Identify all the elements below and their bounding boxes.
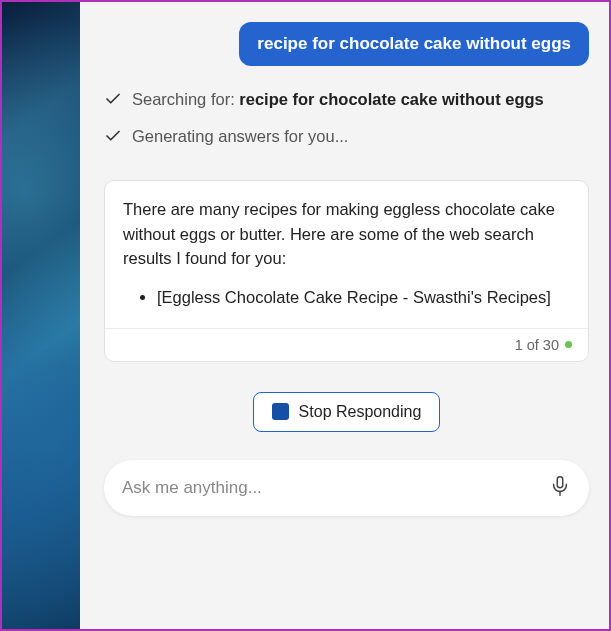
generating-text: Generating answers for you...	[132, 125, 348, 149]
stop-icon	[272, 403, 289, 420]
check-icon	[104, 90, 124, 115]
check-icon	[104, 127, 124, 152]
stop-row: Stop Responding	[104, 392, 589, 432]
chat-input-bar[interactable]	[104, 460, 589, 516]
answer-body: There are many recipes for making eggles…	[105, 181, 588, 328]
status-list: Searching for: recipe for chocolate cake…	[104, 88, 589, 162]
user-message-row: recipe for chocolate cake without eggs	[104, 22, 589, 66]
answer-result-text: [Eggless Chocolate Cake Recipe - Swasthi…	[157, 288, 551, 306]
chat-input[interactable]	[122, 478, 549, 498]
answer-footer: 1 of 30	[105, 328, 588, 361]
answer-counter: 1 of 30	[515, 337, 559, 353]
status-searching-text: Searching for: recipe for chocolate cake…	[132, 88, 544, 112]
status-generating: Generating answers for you...	[104, 125, 589, 152]
svg-rect-0	[557, 477, 563, 488]
status-searching: Searching for: recipe for chocolate cake…	[104, 88, 589, 115]
stop-responding-button[interactable]: Stop Responding	[253, 392, 441, 432]
app-container: recipe for chocolate cake without eggs S…	[2, 2, 609, 629]
searching-query: recipe for chocolate cake without eggs	[239, 90, 543, 108]
stop-button-label: Stop Responding	[299, 403, 422, 421]
chat-panel: recipe for chocolate cake without eggs S…	[80, 2, 609, 629]
answer-intro: There are many recipes for making eggles…	[123, 197, 570, 271]
user-message-bubble: recipe for chocolate cake without eggs	[239, 22, 589, 66]
answer-results-list: [Eggless Chocolate Cake Recipe - Swasthi…	[123, 285, 570, 310]
answer-result-item[interactable]: [Eggless Chocolate Cake Recipe - Swasthi…	[157, 285, 570, 310]
searching-prefix: Searching for:	[132, 90, 239, 108]
answer-card: There are many recipes for making eggles…	[104, 180, 589, 362]
microphone-icon[interactable]	[549, 475, 571, 501]
streaming-indicator-dot	[565, 341, 572, 348]
user-message-text: recipe for chocolate cake without eggs	[257, 34, 571, 53]
decorative-wallpaper-strip	[2, 2, 80, 629]
